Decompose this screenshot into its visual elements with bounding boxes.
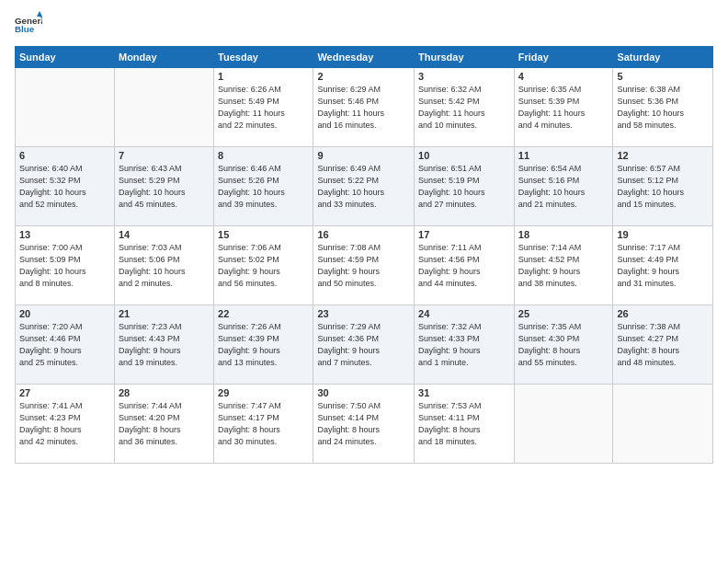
day-detail: Sunrise: 7:23 AM Sunset: 4:43 PM Dayligh… (119, 321, 210, 369)
calendar-week-2: 13Sunrise: 7:00 AM Sunset: 5:09 PM Dayli… (16, 226, 713, 305)
calendar-cell: 3Sunrise: 6:32 AM Sunset: 5:42 PM Daylig… (415, 68, 515, 147)
calendar-header-wednesday: Wednesday (313, 47, 415, 68)
day-detail: Sunrise: 6:49 AM Sunset: 5:22 PM Dayligh… (317, 163, 410, 211)
day-detail: Sunrise: 7:53 AM Sunset: 4:11 PM Dayligh… (418, 400, 510, 448)
svg-text:Blue: Blue (15, 24, 35, 34)
calendar-week-1: 6Sunrise: 6:40 AM Sunset: 5:32 PM Daylig… (16, 147, 713, 226)
day-number: 20 (19, 308, 110, 319)
day-detail: Sunrise: 7:26 AM Sunset: 4:39 PM Dayligh… (218, 321, 309, 369)
day-detail: Sunrise: 7:47 AM Sunset: 4:17 PM Dayligh… (218, 400, 309, 448)
calendar-cell: 29Sunrise: 7:47 AM Sunset: 4:17 PM Dayli… (214, 385, 313, 464)
day-number: 12 (617, 150, 709, 161)
day-detail: Sunrise: 6:35 AM Sunset: 5:39 PM Dayligh… (518, 84, 609, 132)
day-number: 9 (317, 150, 410, 161)
day-number: 27 (19, 387, 110, 398)
calendar-header-row: SundayMondayTuesdayWednesdayThursdayFrid… (16, 47, 713, 68)
calendar-cell: 15Sunrise: 7:06 AM Sunset: 5:02 PM Dayli… (214, 226, 313, 305)
day-number: 16 (317, 229, 410, 240)
header: General Blue (15, 11, 713, 39)
calendar-cell: 18Sunrise: 7:14 AM Sunset: 4:52 PM Dayli… (514, 226, 613, 305)
day-detail: Sunrise: 7:08 AM Sunset: 4:59 PM Dayligh… (317, 242, 410, 290)
day-detail: Sunrise: 7:41 AM Sunset: 4:23 PM Dayligh… (19, 400, 110, 448)
calendar-cell: 27Sunrise: 7:41 AM Sunset: 4:23 PM Dayli… (16, 385, 115, 464)
day-number: 29 (218, 387, 309, 398)
day-detail: Sunrise: 7:11 AM Sunset: 4:56 PM Dayligh… (418, 242, 510, 290)
calendar: SundayMondayTuesdayWednesdayThursdayFrid… (15, 46, 713, 464)
calendar-header-saturday: Saturday (613, 47, 713, 68)
day-number: 31 (418, 387, 510, 398)
day-number: 19 (617, 229, 709, 240)
day-number: 22 (218, 308, 309, 319)
day-number: 30 (317, 387, 410, 398)
calendar-cell: 11Sunrise: 6:54 AM Sunset: 5:16 PM Dayli… (514, 147, 613, 226)
calendar-cell: 23Sunrise: 7:29 AM Sunset: 4:36 PM Dayli… (313, 305, 415, 385)
day-number: 7 (119, 150, 210, 161)
calendar-cell: 19Sunrise: 7:17 AM Sunset: 4:49 PM Dayli… (613, 226, 713, 305)
calendar-cell: 5Sunrise: 6:38 AM Sunset: 5:36 PM Daylig… (613, 68, 713, 147)
day-number: 21 (119, 308, 210, 319)
day-detail: Sunrise: 7:38 AM Sunset: 4:27 PM Dayligh… (617, 321, 709, 369)
calendar-cell: 25Sunrise: 7:35 AM Sunset: 4:30 PM Dayli… (514, 305, 613, 385)
day-detail: Sunrise: 7:20 AM Sunset: 4:46 PM Dayligh… (19, 321, 110, 369)
day-number: 4 (518, 71, 609, 82)
calendar-cell: 4Sunrise: 6:35 AM Sunset: 5:39 PM Daylig… (514, 68, 613, 147)
calendar-cell: 9Sunrise: 6:49 AM Sunset: 5:22 PM Daylig… (313, 147, 415, 226)
day-detail: Sunrise: 7:44 AM Sunset: 4:20 PM Dayligh… (119, 400, 210, 448)
day-detail: Sunrise: 6:46 AM Sunset: 5:26 PM Dayligh… (218, 163, 309, 211)
calendar-cell: 24Sunrise: 7:32 AM Sunset: 4:33 PM Dayli… (415, 305, 515, 385)
calendar-header-friday: Friday (514, 47, 613, 68)
calendar-cell: 7Sunrise: 6:43 AM Sunset: 5:29 PM Daylig… (114, 147, 213, 226)
calendar-cell: 1Sunrise: 6:26 AM Sunset: 5:49 PM Daylig… (214, 68, 313, 147)
day-detail: Sunrise: 6:57 AM Sunset: 5:12 PM Dayligh… (617, 163, 709, 211)
day-number: 2 (317, 71, 410, 82)
day-number: 11 (518, 150, 609, 161)
calendar-cell: 12Sunrise: 6:57 AM Sunset: 5:12 PM Dayli… (613, 147, 713, 226)
calendar-week-3: 20Sunrise: 7:20 AM Sunset: 4:46 PM Dayli… (16, 305, 713, 385)
day-number: 6 (19, 150, 110, 161)
day-number: 26 (617, 308, 709, 319)
calendar-cell: 10Sunrise: 6:51 AM Sunset: 5:19 PM Dayli… (415, 147, 515, 226)
calendar-header-tuesday: Tuesday (214, 47, 313, 68)
day-number: 14 (119, 229, 210, 240)
day-number: 17 (418, 229, 510, 240)
day-detail: Sunrise: 6:40 AM Sunset: 5:32 PM Dayligh… (19, 163, 110, 211)
calendar-cell (613, 385, 713, 464)
calendar-cell: 16Sunrise: 7:08 AM Sunset: 4:59 PM Dayli… (313, 226, 415, 305)
calendar-week-4: 27Sunrise: 7:41 AM Sunset: 4:23 PM Dayli… (16, 385, 713, 464)
calendar-header-thursday: Thursday (415, 47, 515, 68)
calendar-week-0: 1Sunrise: 6:26 AM Sunset: 5:49 PM Daylig… (16, 68, 713, 147)
calendar-cell: 26Sunrise: 7:38 AM Sunset: 4:27 PM Dayli… (613, 305, 713, 385)
day-detail: Sunrise: 7:03 AM Sunset: 5:06 PM Dayligh… (119, 242, 210, 290)
calendar-cell: 22Sunrise: 7:26 AM Sunset: 4:39 PM Dayli… (214, 305, 313, 385)
calendar-header-monday: Monday (114, 47, 213, 68)
page: General Blue SundayMondayTuesdayWednesda… (0, 0, 728, 563)
day-detail: Sunrise: 7:17 AM Sunset: 4:49 PM Dayligh… (617, 242, 709, 290)
calendar-cell: 20Sunrise: 7:20 AM Sunset: 4:46 PM Dayli… (16, 305, 115, 385)
calendar-cell (114, 68, 213, 147)
calendar-cell: 8Sunrise: 6:46 AM Sunset: 5:26 PM Daylig… (214, 147, 313, 226)
day-detail: Sunrise: 6:29 AM Sunset: 5:46 PM Dayligh… (317, 84, 410, 132)
day-detail: Sunrise: 7:00 AM Sunset: 5:09 PM Dayligh… (19, 242, 110, 290)
day-number: 23 (317, 308, 410, 319)
day-detail: Sunrise: 6:43 AM Sunset: 5:29 PM Dayligh… (119, 163, 210, 211)
calendar-header-sunday: Sunday (16, 47, 115, 68)
day-detail: Sunrise: 6:32 AM Sunset: 5:42 PM Dayligh… (418, 84, 510, 132)
svg-marker-2 (37, 11, 42, 17)
calendar-cell: 6Sunrise: 6:40 AM Sunset: 5:32 PM Daylig… (16, 147, 115, 226)
day-number: 13 (19, 229, 110, 240)
day-detail: Sunrise: 7:32 AM Sunset: 4:33 PM Dayligh… (418, 321, 510, 369)
day-detail: Sunrise: 6:51 AM Sunset: 5:19 PM Dayligh… (418, 163, 510, 211)
logo: General Blue (15, 11, 42, 39)
calendar-cell: 14Sunrise: 7:03 AM Sunset: 5:06 PM Dayli… (114, 226, 213, 305)
day-detail: Sunrise: 7:50 AM Sunset: 4:14 PM Dayligh… (317, 400, 410, 448)
day-number: 25 (518, 308, 609, 319)
day-detail: Sunrise: 6:38 AM Sunset: 5:36 PM Dayligh… (617, 84, 709, 132)
calendar-cell: 21Sunrise: 7:23 AM Sunset: 4:43 PM Dayli… (114, 305, 213, 385)
day-detail: Sunrise: 6:26 AM Sunset: 5:49 PM Dayligh… (218, 84, 309, 132)
logo-icon: General Blue (15, 11, 42, 39)
calendar-cell (514, 385, 613, 464)
calendar-cell (16, 68, 115, 147)
day-detail: Sunrise: 6:54 AM Sunset: 5:16 PM Dayligh… (518, 163, 609, 211)
day-number: 18 (518, 229, 609, 240)
calendar-cell: 2Sunrise: 6:29 AM Sunset: 5:46 PM Daylig… (313, 68, 415, 147)
